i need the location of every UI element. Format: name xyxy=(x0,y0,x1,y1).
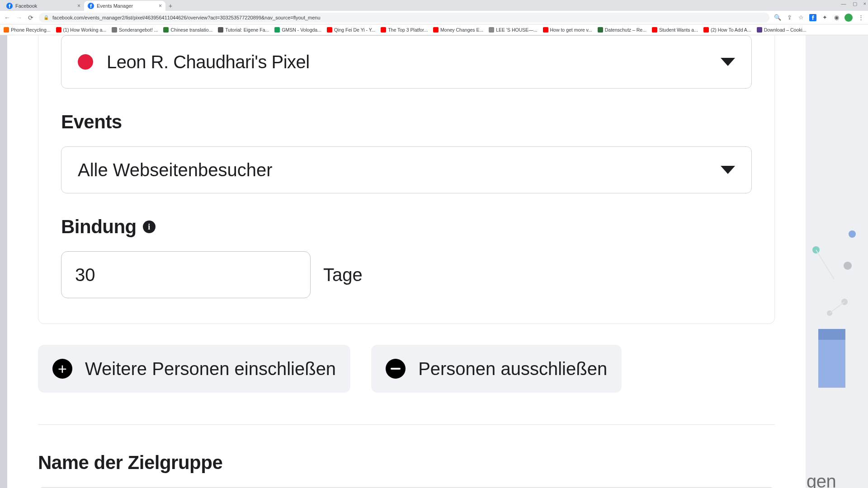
app-icon[interactable]: ◉ xyxy=(833,14,840,21)
bookmark-icon xyxy=(433,27,439,33)
page-content: fangen icht korr Leon R. Chaudhari's Pix… xyxy=(0,35,868,488)
back-button[interactable]: ← xyxy=(4,14,11,21)
bookmark-item[interactable]: Money Changes E... xyxy=(433,27,483,33)
bookmark-icon xyxy=(598,27,603,33)
exclude-label: Personen ausschließen xyxy=(418,359,607,379)
retention-heading-row: Bindung i xyxy=(61,216,752,238)
left-rail xyxy=(0,35,7,488)
window-controls: — ▢ × xyxy=(841,1,866,7)
bookmark-icon xyxy=(56,27,61,33)
facebook-icon xyxy=(88,3,94,9)
bookmark-item[interactable]: The Top 3 Platfor... xyxy=(381,27,428,33)
tab-facebook[interactable]: Facebook × xyxy=(3,1,84,11)
url-text: facebook.com/events_manager2/list/pixel/… xyxy=(52,15,321,20)
bookmark-item[interactable]: Chinese translatio... xyxy=(163,27,212,33)
forward-button[interactable]: → xyxy=(15,14,23,21)
bookmark-item[interactable]: (1) How Working a... xyxy=(56,27,107,33)
close-icon[interactable]: × xyxy=(159,3,162,9)
bookmark-icon xyxy=(757,27,762,33)
pixel-selector[interactable]: Leon R. Chaudhari's Pixel xyxy=(61,35,752,89)
events-heading: Events xyxy=(61,111,752,133)
bookmark-icon xyxy=(652,27,657,33)
include-exclude-actions: + Weitere Personen einschließen Personen… xyxy=(7,345,806,393)
include-more-label: Weitere Personen einschließen xyxy=(85,359,336,379)
bookmark-icon xyxy=(381,27,386,33)
bookmark-item[interactable]: Download – Cooki... xyxy=(757,27,807,33)
close-window-button[interactable]: × xyxy=(863,1,866,7)
browser-toolbar: ← → ⟳ 🔒 facebook.com/events_manager2/lis… xyxy=(0,11,868,24)
bookmark-icon xyxy=(274,27,280,33)
pixel-name: Leon R. Chaudhari's Pixel xyxy=(107,52,310,72)
tab-events-manager[interactable]: Events Manager × xyxy=(84,1,165,11)
events-selector[interactable]: Alle Webseitenbesucher xyxy=(61,146,752,193)
share-icon[interactable]: ⇪ xyxy=(786,14,793,21)
tab-title: Events Manager xyxy=(97,3,156,9)
minimize-button[interactable]: — xyxy=(841,1,846,7)
menu-icon[interactable]: ⋮ xyxy=(857,14,864,21)
section-divider xyxy=(38,424,775,425)
retention-heading: Bindung xyxy=(61,216,137,238)
bookmark-item[interactable]: Qing Fei De Yi - Y... xyxy=(327,27,375,33)
close-icon[interactable]: × xyxy=(77,3,80,9)
star-icon[interactable]: ☆ xyxy=(797,14,805,21)
create-audience-modal: Leon R. Chaudhari's Pixel Events Alle We… xyxy=(7,35,806,488)
tab-title: Facebook xyxy=(15,3,75,9)
info-icon[interactable]: i xyxy=(143,221,156,233)
bookmark-item[interactable]: How to get more v... xyxy=(543,27,592,33)
bookmark-icon xyxy=(543,27,548,33)
bookmark-item[interactable]: Datenschutz – Re... xyxy=(598,27,646,33)
bookmark-item[interactable]: LEE 'S HOUSE—... xyxy=(489,27,537,33)
bookmark-item[interactable]: Tutorial: Eigene Fa... xyxy=(218,27,269,33)
extensions-icon[interactable]: ✦ xyxy=(821,14,828,21)
exclude-button[interactable]: Personen ausschließen xyxy=(371,345,622,393)
lock-icon: 🔒 xyxy=(43,15,49,20)
status-dot-icon xyxy=(78,54,93,70)
bookmark-icon xyxy=(703,27,709,33)
bookmark-icon xyxy=(112,27,117,33)
facebook-ext-icon[interactable] xyxy=(809,14,816,21)
zoom-icon[interactable]: 🔍 xyxy=(774,14,781,21)
bookmark-icon xyxy=(163,27,169,33)
bookmark-icon xyxy=(4,27,9,33)
chevron-down-icon xyxy=(721,166,735,174)
bookmark-item[interactable]: Phone Recycling... xyxy=(4,27,51,33)
bookmark-icon xyxy=(218,27,223,33)
new-tab-button[interactable]: + xyxy=(165,1,175,11)
browser-tabstrip: Facebook × Events Manager × + — ▢ × xyxy=(0,0,868,11)
retention-days-input[interactable] xyxy=(61,251,311,298)
address-bar[interactable]: 🔒 facebook.com/events_manager2/list/pixe… xyxy=(39,13,769,23)
bookmarks-bar: Phone Recycling... (1) How Working a... … xyxy=(0,24,868,35)
profile-avatar-icon[interactable] xyxy=(844,14,853,22)
reload-button[interactable]: ⟳ xyxy=(27,14,34,21)
bookmark-item[interactable]: (2) How To Add A... xyxy=(703,27,751,33)
events-selected: Alle Webseitenbesucher xyxy=(78,160,273,180)
facebook-icon xyxy=(6,3,13,9)
include-more-button[interactable]: + Weitere Personen einschließen xyxy=(38,345,350,393)
retention-unit: Tage xyxy=(323,265,363,285)
bookmark-item[interactable]: Student Wants a... xyxy=(652,27,698,33)
chevron-down-icon xyxy=(721,58,735,66)
bookmark-icon xyxy=(489,27,494,33)
maximize-button[interactable]: ▢ xyxy=(853,1,857,7)
bookmark-item[interactable]: Sonderangebot! ... xyxy=(112,27,158,33)
bookmark-item[interactable]: GMSN - Vologda... xyxy=(274,27,321,33)
plus-icon: + xyxy=(52,359,72,379)
toolbar-icons: 🔍 ⇪ ☆ ✦ ◉ ⋮ xyxy=(774,14,864,22)
bookmark-icon xyxy=(327,27,332,33)
audience-name-heading: Name der Zielgruppe xyxy=(38,452,806,474)
minus-icon xyxy=(386,359,406,379)
